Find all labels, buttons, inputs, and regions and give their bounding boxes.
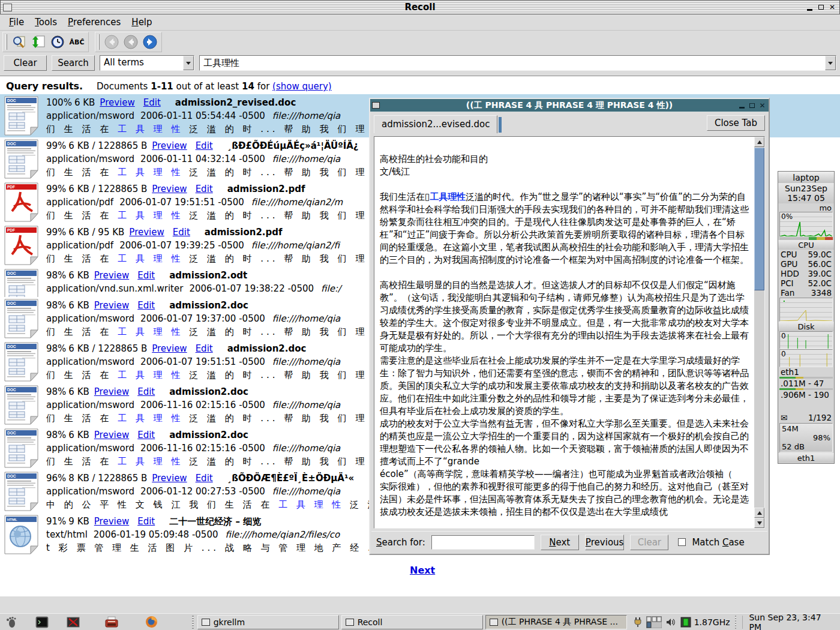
preview-link[interactable]: Preview	[94, 386, 129, 397]
preview-close-button[interactable]: ✕	[758, 101, 767, 110]
advanced-search-button[interactable]	[10, 34, 28, 50]
preview-link[interactable]: Preview	[152, 140, 187, 151]
find-previous-button[interactable]: Previous	[585, 535, 625, 550]
editor-launcher[interactable]	[104, 614, 119, 630]
results-next-link[interactable]: Next	[410, 565, 435, 576]
preview-link[interactable]: Preview	[94, 516, 129, 527]
taskbar-window-button[interactable]: ((工 PHRASE 4 具 PHRASE ...	[485, 615, 627, 629]
close-tab-button[interactable]: Close Tab	[707, 115, 765, 131]
relevance-percent: 98%	[46, 386, 66, 397]
clock-icon	[50, 35, 65, 49]
clear-button[interactable]: Clear	[4, 55, 47, 71]
preview-content: 高校招生的社会功能和目的 文/钱江 我们生活在▯工具理性泛滥的时代。作为“世之显…	[374, 136, 765, 529]
edit-link[interactable]: Edit	[143, 97, 161, 108]
result-line2: application/vnd.sun.xml.writer2006-01-07…	[46, 282, 341, 295]
menu-preferences[interactable]: Preferences	[62, 15, 126, 29]
gkrellm-time: 15:47 05	[787, 193, 825, 203]
close-button[interactable]: ✕	[827, 3, 837, 12]
file-path: file:///home/qia	[272, 110, 341, 121]
edit-link[interactable]: Edit	[137, 270, 155, 281]
cpufreq-icon[interactable]	[680, 616, 692, 628]
gkrellm-mo-label: mo	[778, 203, 834, 212]
preview-scrollbar[interactable]	[754, 137, 764, 528]
menu-tools[interactable]: Tools	[29, 15, 62, 29]
edit-link[interactable]: Edit	[196, 343, 213, 354]
file-path: file:///home/qia	[272, 356, 341, 367]
taskbar-window-button[interactable]: Recoll	[341, 615, 483, 629]
previous-page-button[interactable]	[122, 34, 140, 50]
menu-help[interactable]: Help	[126, 15, 157, 29]
next-page-button[interactable]	[141, 34, 159, 50]
file-path: file:///home/qian2/m	[251, 197, 343, 208]
preview-link[interactable]: Preview	[100, 97, 134, 108]
term-explorer-button[interactable]: ÅBĈ	[68, 34, 86, 50]
search-button[interactable]: Search	[52, 55, 95, 71]
taskbar-handle2[interactable]	[735, 616, 737, 629]
firefox-launcher[interactable]	[143, 614, 159, 630]
edit-link[interactable]: Edit	[137, 300, 155, 311]
workspace-pager-icon[interactable]	[646, 616, 662, 628]
toolbar-grip[interactable]	[98, 34, 100, 50]
xkill-launcher[interactable]	[65, 614, 81, 630]
power-plug-icon[interactable]	[633, 617, 643, 628]
preview-window-title: ((工 PHRASE 4 具 PHRASE 4 理 PHRASE 4 性))	[370, 100, 769, 111]
recoll-titlebar[interactable]: Recoll ✕	[0, 0, 840, 14]
taskbar-window-button[interactable]: gkrellm	[197, 615, 339, 629]
edit-link[interactable]: Edit	[196, 140, 213, 151]
show-query-link[interactable]: (show query)	[272, 81, 332, 92]
match-case-checkbox[interactable]	[678, 538, 686, 546]
chevron-down-icon[interactable]	[825, 56, 836, 70]
query-combo[interactable]	[199, 55, 836, 71]
preview-link[interactable]: Preview	[152, 473, 187, 484]
find-clear-button[interactable]: Clear	[630, 535, 668, 550]
gkrellm-window: laptop Sun23Sep 15:47 05 mo 0% CPU CPU59…	[778, 171, 835, 464]
preview-text[interactable]: 高校招生的社会功能和目的 文/钱江 我们生活在▯工具理性泛滥的时代。作为“世之显…	[375, 137, 754, 527]
edit-link[interactable]: Edit	[196, 473, 213, 484]
edit-link[interactable]: Edit	[137, 386, 155, 397]
preview-link[interactable]: Preview	[94, 300, 129, 311]
mail-row[interactable]: ✉ 1/192	[778, 413, 834, 422]
minimize-button[interactable]	[805, 3, 814, 12]
file-date: 2006-01-07 19:38:22 -0500	[189, 283, 314, 294]
scroll-up-button-bottom[interactable]	[754, 508, 764, 518]
volume-icon[interactable]	[665, 617, 676, 628]
preview-link[interactable]: Preview	[152, 343, 187, 354]
temperature-row: CPU59.0C	[778, 250, 834, 259]
first-page-button[interactable]	[103, 34, 121, 50]
file-size: 6 KB / 1228865 B	[68, 184, 147, 194]
results-title: Query results.	[6, 80, 83, 92]
preview-maximize-button[interactable]	[748, 101, 757, 110]
edit-link[interactable]: Edit	[137, 516, 155, 527]
memory-meter: 54M 98% 52 dB	[779, 423, 833, 452]
gkrellm-hostname[interactable]: laptop	[778, 172, 834, 183]
preview-link[interactable]: Preview	[94, 430, 129, 440]
search-mode-combo[interactable]: All terms	[100, 55, 194, 71]
sort-by-dates-button[interactable]	[29, 34, 47, 50]
scrollbar-thumb[interactable]	[754, 148, 764, 290]
temperature-row: HDD39.0C	[778, 269, 834, 278]
chevron-down-icon[interactable]	[183, 56, 194, 70]
preview-link[interactable]: Preview	[94, 270, 129, 281]
query-input[interactable]	[200, 56, 825, 70]
scroll-down-button[interactable]	[754, 518, 764, 528]
preview-titlebar[interactable]: ((工 PHRASE 4 具 PHRASE 4 理 PHRASE 4 性)) ✕	[370, 99, 769, 112]
toolbar-grip[interactable]	[5, 34, 7, 50]
history-button[interactable]	[49, 34, 67, 50]
edit-link[interactable]: Edit	[137, 430, 155, 440]
taskbar-handle[interactable]	[192, 616, 194, 629]
menu-file[interactable]: File	[4, 15, 29, 29]
preview-link[interactable]: Preview	[129, 227, 164, 238]
taskbar-clock[interactable]: Sun Sep 23, 3:47 PM	[742, 616, 840, 629]
find-next-button[interactable]: Next	[541, 535, 579, 550]
gnome-menu-button[interactable]	[4, 614, 19, 630]
find-input[interactable]	[431, 535, 535, 550]
preview-tab[interactable]: admission2...evised.doc	[374, 115, 497, 133]
maximize-button[interactable]	[816, 3, 826, 12]
terminal-launcher[interactable]	[34, 614, 49, 630]
scroll-up-button[interactable]	[754, 137, 764, 147]
mime-type: application/msword	[46, 313, 134, 324]
edit-link[interactable]: Edit	[196, 184, 213, 194]
edit-link[interactable]: Edit	[173, 227, 190, 238]
preview-minimize-button[interactable]	[737, 101, 746, 110]
preview-link[interactable]: Preview	[152, 184, 187, 194]
